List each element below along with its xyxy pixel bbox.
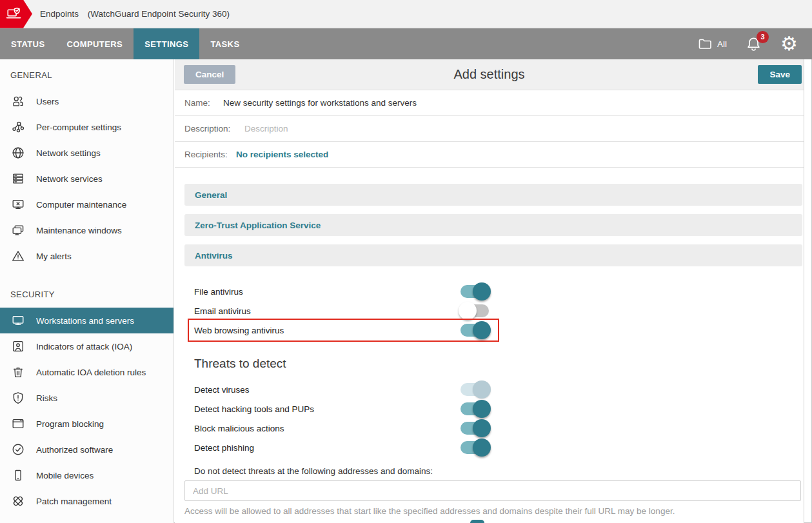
dual-monitors-icon <box>10 222 26 238</box>
server-stack-icon <box>10 171 26 186</box>
detect-viruses-row: Detect viruses <box>175 380 804 399</box>
description-row: Description: <box>175 116 804 142</box>
file-antivirus-row: File antivirus <box>175 282 804 301</box>
network-nodes-icon <box>10 119 26 135</box>
laptop-shield-icon <box>5 5 23 23</box>
file-antivirus-toggle[interactable] <box>460 285 489 298</box>
browser-window-icon <box>10 416 26 431</box>
detect-viruses-label: Detect viruses <box>194 385 250 395</box>
sidebar-item-workstations-and-servers[interactable]: Workstations and servers <box>0 308 173 333</box>
sidebar-item-automatic-ioa-deletion-rules[interactable]: Automatic IOA deletion rules <box>0 359 173 385</box>
tab-status[interactable]: STATUS <box>0 28 55 59</box>
group-filter-label: All <box>717 39 727 49</box>
accordion-general[interactable]: General <box>184 184 802 206</box>
toggle-knob <box>473 419 491 437</box>
form-header: Add settings Cancel Save <box>175 59 804 90</box>
page-breadcrumb: Endpoints (WatchGuard Endpoint Security … <box>40 9 230 19</box>
name-row: Name: <box>175 90 804 116</box>
web-browsing-antivirus-label: Web browsing antivirus <box>194 326 284 335</box>
sidebar-item-label: My alerts <box>36 252 72 261</box>
web-browsing-antivirus-row: Web browsing antivirus <box>175 321 804 340</box>
detect-hacking-tools-toggle[interactable] <box>460 402 489 415</box>
sidebar-item-label: Risks <box>36 393 57 403</box>
settings-sidebar: GENERAL Users Per-computer settings Netw… <box>0 59 174 523</box>
app-window: Endpoints (WatchGuard Endpoint Security … <box>0 0 812 523</box>
partially-visible-toggle <box>470 520 484 523</box>
recipients-row: Recipients: No recipients selected <box>175 142 804 168</box>
sidebar-item-indicators-of-attack[interactable]: Indicators of attack (IOA) <box>0 333 173 359</box>
tab-computers[interactable]: COMPUTERS <box>55 28 134 59</box>
trash-icon <box>10 364 26 380</box>
sidebar-item-label: Computer maintenance <box>36 200 126 210</box>
threats-toggle-list: Detect viruses Detect hacking tools and … <box>175 380 804 457</box>
main-nav: STATUS COMPUTERS SETTINGS TASKS All 3 ⚙ <box>0 28 812 59</box>
description-input[interactable] <box>244 124 804 133</box>
accordion-antivirus[interactable]: Antivirus <box>184 244 802 266</box>
sidebar-item-label: Workstations and servers <box>36 316 134 326</box>
sidebar-item-network-services[interactable]: Network services <box>0 166 173 192</box>
antivirus-toggle-list: File antivirus Email antivirus Web brows… <box>175 282 804 340</box>
cancel-button[interactable]: Cancel <box>184 65 235 84</box>
users-icon <box>10 94 26 109</box>
web-browsing-antivirus-toggle[interactable] <box>460 324 489 337</box>
sidebar-item-users[interactable]: Users <box>0 88 173 114</box>
accordion-list: General Zero-Trust Application Service A… <box>175 184 804 266</box>
detect-hacking-tools-row: Detect hacking tools and PUPs <box>175 399 804 419</box>
detect-phishing-label: Detect phishing <box>194 443 254 453</box>
group-filter-button[interactable]: All <box>697 36 727 52</box>
settings-gear-button[interactable]: ⚙ <box>780 34 798 54</box>
phone-icon <box>10 468 26 483</box>
sidebar-item-maintenance-windows[interactable]: Maintenance windows <box>0 217 173 243</box>
block-malicious-actions-row: Block malicious actions <box>175 419 804 438</box>
notifications-button[interactable]: 3 <box>745 35 762 53</box>
tab-settings[interactable]: SETTINGS <box>134 28 199 59</box>
sidebar-item-authorized-software[interactable]: Authorized software <box>0 437 173 462</box>
shield-alert-icon <box>10 390 26 406</box>
sidebar-item-my-alerts[interactable]: My alerts <box>0 243 173 269</box>
product-name: Endpoints <box>40 9 79 19</box>
sidebar-item-label: Network settings <box>36 148 101 158</box>
url-exclusions-label: Do not detect threats at the following a… <box>194 466 804 476</box>
page-title: Add settings <box>175 67 804 82</box>
toggle-knob <box>473 282 491 301</box>
sidebar-item-label: Patch management <box>36 497 112 506</box>
toggle-knob <box>473 400 491 418</box>
suite-name: (WatchGuard Endpoint Security 360) <box>88 9 230 19</box>
sidebar-item-label: Program blocking <box>36 419 104 429</box>
main-content: Add settings Cancel Save Name: Descripti… <box>175 59 804 523</box>
alert-triangle-icon <box>10 248 26 264</box>
sidebar-item-label: Network services <box>36 174 103 184</box>
name-input[interactable] <box>223 98 804 108</box>
sidebar-item-per-computer-settings[interactable]: Per-computer settings <box>0 114 173 140</box>
sidebar-item-network-settings[interactable]: Network settings <box>0 140 173 166</box>
detect-phishing-toggle[interactable] <box>460 441 489 454</box>
sidebar-item-computer-maintenance[interactable]: Computer maintenance <box>0 192 173 217</box>
add-url-input[interactable] <box>184 480 801 501</box>
bandage-icon <box>10 493 26 509</box>
email-antivirus-toggle[interactable] <box>460 304 489 317</box>
description-label: Description: <box>184 124 244 133</box>
sidebar-item-label: Per-computer settings <box>36 123 121 132</box>
folder-icon <box>697 36 713 52</box>
sidebar-section-general: GENERAL <box>0 63 173 88</box>
recipients-link[interactable]: No recipients selected <box>236 150 328 159</box>
tab-tasks[interactable]: TASKS <box>199 28 250 59</box>
notification-count-badge: 3 <box>757 31 769 43</box>
sidebar-item-label: Maintenance windows <box>36 226 122 235</box>
sidebar-item-mobile-devices[interactable]: Mobile devices <box>0 462 173 488</box>
email-antivirus-label: Email antivirus <box>194 306 251 316</box>
sidebar-section-security: SECURITY <box>0 282 173 308</box>
detect-hacking-tools-label: Detect hacking tools and PUPs <box>194 404 314 414</box>
accordion-zero-trust[interactable]: Zero-Trust Application Service <box>184 214 802 236</box>
sidebar-item-patch-management[interactable]: Patch management <box>0 488 173 514</box>
sidebar-item-program-blocking[interactable]: Program blocking <box>0 411 173 437</box>
toggle-knob <box>473 321 491 339</box>
nav-right-actions: All 3 ⚙ <box>697 28 812 59</box>
sidebar-item-label: Mobile devices <box>36 471 94 480</box>
toggle-knob <box>473 380 491 399</box>
gear-icon: ⚙ <box>780 32 798 55</box>
block-malicious-actions-toggle[interactable] <box>460 422 489 435</box>
save-button[interactable]: Save <box>758 65 802 84</box>
sidebar-item-risks[interactable]: Risks <box>0 385 173 411</box>
name-label: Name: <box>184 98 223 108</box>
